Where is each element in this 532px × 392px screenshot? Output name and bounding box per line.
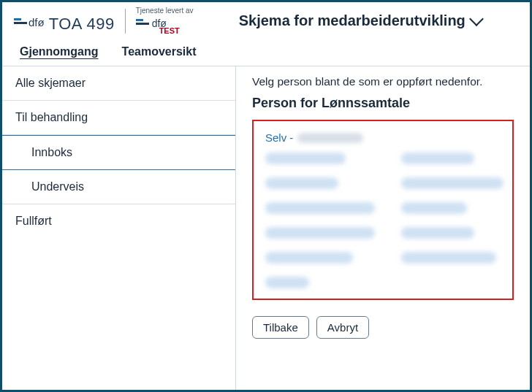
redacted-name <box>297 133 363 143</box>
person-self-row[interactable]: Selv - <box>265 131 501 144</box>
tab-bar: Gjennomgang Teamoversikt <box>2 35 530 66</box>
person-option[interactable] <box>401 153 474 164</box>
page-title-dropdown[interactable]: Skjema for medarbeiderutvikling <box>202 12 518 29</box>
selv-prefix: Selv - <box>265 131 293 144</box>
divider <box>125 9 126 34</box>
dfo-bars-icon <box>14 18 27 24</box>
sidebar-item-innboks[interactable]: Innboks <box>2 135 235 170</box>
person-option[interactable] <box>265 252 353 264</box>
dfo-small-logo: dfø <box>136 16 167 28</box>
body: Alle skjemaer Til behandling Innboks Und… <box>2 66 530 390</box>
brand-toa-text: TOA 499 <box>49 15 115 34</box>
page-title: Skjema for medarbeiderutvikling <box>239 12 466 29</box>
person-option[interactable] <box>401 202 467 214</box>
dfo-logo: dfø <box>14 15 45 27</box>
person-option[interactable] <box>265 277 309 288</box>
sidebar-item-underveis[interactable]: Underveis <box>2 170 235 204</box>
person-option[interactable] <box>265 202 375 214</box>
person-option[interactable] <box>401 177 503 189</box>
sidebar-item-til-behandling[interactable]: Til behandling <box>2 101 235 135</box>
app-frame: dfø TOA 499 Tjeneste levert av dfø TEST … <box>0 0 532 392</box>
person-selection-box: Selv - <box>252 120 514 300</box>
sidebar: Alle skjemaer Til behandling Innboks Und… <box>2 66 236 390</box>
header: dfø TOA 499 Tjeneste levert av dfø TEST … <box>2 2 530 35</box>
button-row: Tilbake Avbryt <box>252 316 514 339</box>
brand-secondary: Tjeneste levert av dfø TEST <box>136 7 194 35</box>
person-option[interactable] <box>265 227 375 239</box>
hint-text: Velg person blant de som er oppført nede… <box>252 75 514 88</box>
person-option[interactable] <box>265 153 346 164</box>
brand-block: dfø TOA 499 Tjeneste levert av dfø TEST <box>14 7 194 35</box>
person-grid <box>265 153 501 288</box>
back-button[interactable]: Tilbake <box>252 316 309 339</box>
dfo-bars-icon <box>136 19 149 25</box>
section-title: Person for Lønnssamtale <box>252 96 514 111</box>
chevron-down-icon <box>469 12 484 26</box>
person-option[interactable] <box>401 227 474 239</box>
tab-gjennomgang[interactable]: Gjennomgang <box>20 45 99 58</box>
tab-teamoversikt[interactable]: Teamoversikt <box>122 45 197 58</box>
tjeneste-label: Tjeneste levert av <box>136 7 194 15</box>
sidebar-item-alle-skjemaer[interactable]: Alle skjemaer <box>2 66 235 101</box>
sidebar-item-fullfort[interactable]: Fullført <box>2 204 235 238</box>
brand-dfo2-text: dfø <box>152 18 167 29</box>
person-option[interactable] <box>401 252 496 264</box>
person-option[interactable] <box>265 177 338 189</box>
brand-dfo-text: dfø <box>28 16 45 28</box>
main-panel: Velg person blant de som er oppført nede… <box>236 66 530 390</box>
cancel-button[interactable]: Avbryt <box>316 316 369 339</box>
